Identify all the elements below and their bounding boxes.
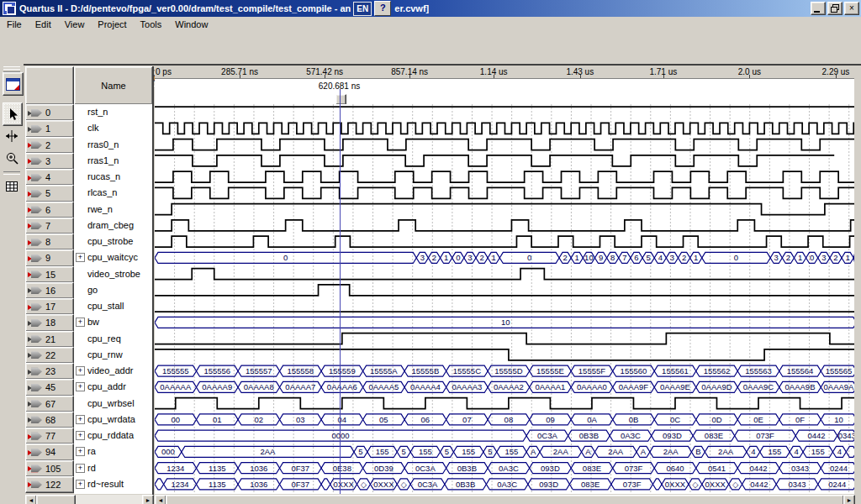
svg-text:0AAA9D: 0AAA9D: [701, 382, 732, 391]
plus-expander-icon[interactable]: +: [76, 464, 85, 473]
row-number-cell[interactable]: 4: [25, 169, 74, 186]
row-number: 122: [45, 480, 61, 490]
signal-name[interactable]: rras0_n: [87, 139, 119, 150]
row-number-cell[interactable]: 9: [25, 249, 74, 266]
row-number-cell[interactable]: 94: [25, 444, 74, 460]
plus-expander-icon[interactable]: +: [76, 318, 85, 327]
split-tool-button[interactable]: [3, 126, 21, 146]
names-scroll-left-button[interactable]: ◄: [25, 495, 37, 504]
row-number-cell[interactable]: 8: [25, 234, 74, 250]
output-pin-icon: [29, 173, 43, 182]
signal-name[interactable]: cpu_wrdata: [87, 414, 135, 424]
language-indicator[interactable]: EN: [353, 2, 372, 16]
row-number-cell[interactable]: 16: [25, 282, 74, 299]
signal-name[interactable]: video_strobe: [87, 269, 140, 279]
row-number-cell[interactable]: 45: [25, 379, 74, 396]
row-number-cell[interactable]: 1: [25, 120, 74, 137]
row-number-cell[interactable]: 21: [25, 331, 74, 348]
plus-expander-icon[interactable]: +: [76, 415, 85, 424]
names-scroll-thumb[interactable]: [36, 495, 76, 504]
signal-name[interactable]: cpu_addr: [87, 381, 126, 391]
signal-name[interactable]: rucas_n: [87, 171, 120, 181]
svg-text:◇: ◇: [692, 480, 699, 489]
signal-name[interactable]: cpu_wrbsel: [87, 398, 135, 408]
menu-window[interactable]: Window: [168, 18, 214, 31]
signal-name[interactable]: cpu_req: [87, 333, 121, 344]
row-number-cell[interactable]: 23: [25, 363, 74, 380]
svg-text:1036: 1036: [250, 480, 267, 489]
row-number-cell[interactable]: 22: [25, 347, 74, 364]
row-number-cell[interactable]: 122: [25, 476, 74, 493]
menu-view[interactable]: View: [58, 18, 92, 31]
wave-scroll-left-button[interactable]: ◄: [155, 495, 166, 504]
grid-view-button[interactable]: [3, 176, 21, 197]
svg-text:02: 02: [255, 415, 264, 424]
row-number-cell[interactable]: 17: [25, 298, 74, 315]
names-scrollbar[interactable]: ◄ ►: [25, 495, 152, 504]
selection-tool-button[interactable]: [3, 102, 23, 126]
wave-scrollbar[interactable]: ◄ ►: [155, 495, 854, 504]
plus-expander-icon[interactable]: +: [76, 382, 85, 391]
row-number-cell[interactable]: 67: [25, 396, 74, 412]
zoom-tool-button[interactable]: [3, 148, 21, 168]
row-number-cell[interactable]: 68: [25, 412, 74, 428]
plus-expander-icon[interactable]: +: [76, 431, 85, 440]
wave-scroll-thumb[interactable]: [166, 495, 844, 504]
minimize-button[interactable]: [811, 2, 826, 15]
signal-name[interactable]: go: [87, 285, 98, 295]
signal-name[interactable]: rd: [87, 463, 96, 473]
svg-text:3: 3: [420, 253, 425, 262]
row-number-cell[interactable]: 0: [25, 104, 74, 121]
svg-text:0AAA9E: 0AAA9E: [660, 382, 690, 391]
names-scroll-right-button[interactable]: ►: [142, 495, 154, 504]
svg-text:1234: 1234: [171, 480, 188, 489]
svg-text:2: 2: [479, 253, 483, 262]
waveform-area[interactable]: 0321032102110987654321032103211015555515…: [155, 104, 854, 494]
restore-button[interactable]: [827, 2, 843, 15]
row-number-cell[interactable]: 77: [25, 428, 74, 444]
signal-name[interactable]: cpu_stall: [87, 301, 124, 311]
signal-name[interactable]: rd~result: [87, 479, 124, 489]
svg-text:0A3C: 0A3C: [497, 480, 517, 489]
row-number-cell[interactable]: 105: [25, 460, 74, 477]
plus-expander-icon[interactable]: +: [76, 480, 85, 489]
menu-project[interactable]: Project: [91, 18, 133, 31]
menu-file[interactable]: File: [0, 18, 29, 31]
signal-name[interactable]: rras1_n: [87, 155, 119, 165]
row-number-cell[interactable]: 5: [25, 185, 74, 202]
signal-name[interactable]: rwe_n: [87, 204, 113, 214]
svg-text:2: 2: [833, 253, 837, 262]
input-pin-icon: [29, 383, 43, 392]
signal-name[interactable]: cpu_waitcyc: [87, 252, 138, 262]
menu-edit[interactable]: Edit: [29, 18, 58, 31]
svg-text:09: 09: [546, 415, 555, 424]
panel-splitter[interactable]: [152, 66, 154, 503]
signal-name[interactable]: clk: [87, 123, 98, 133]
signal-name[interactable]: rlcas_n: [87, 187, 117, 197]
row-number-cell[interactable]: 15: [25, 266, 74, 283]
svg-text:093D: 093D: [541, 464, 560, 473]
signal-name[interactable]: ra: [87, 446, 96, 456]
row-number-cell[interactable]: 6: [25, 202, 74, 218]
row-number-cell[interactable]: 2: [25, 137, 74, 154]
row-number-cell[interactable]: 18: [25, 314, 74, 331]
plus-expander-icon[interactable]: +: [76, 253, 85, 262]
svg-text:155560: 155560: [621, 366, 647, 375]
waveform-editor-button[interactable]: [3, 72, 24, 96]
signal-name[interactable]: dram_cbeg: [87, 220, 134, 230]
signal-name[interactable]: video_addr: [87, 365, 133, 375]
signal-name[interactable]: bw: [87, 317, 99, 327]
plus-expander-icon[interactable]: +: [76, 366, 85, 375]
signal-name[interactable]: cpu_rnw: [87, 349, 123, 360]
plus-expander-icon[interactable]: +: [76, 447, 85, 456]
signal-name[interactable]: cpu_rddata: [87, 430, 134, 440]
signal-name[interactable]: cpu_strobe: [87, 236, 133, 246]
signal-name[interactable]: rst_n: [87, 107, 108, 117]
row-number-cell[interactable]: 7: [25, 218, 74, 234]
row-number-cell[interactable]: 3: [25, 153, 74, 170]
close-button[interactable]: ×: [844, 2, 859, 15]
menu-tools[interactable]: Tools: [134, 18, 169, 31]
output-pin-icon: [29, 448, 43, 457]
wave-scroll-right-button[interactable]: ►: [843, 495, 855, 504]
help-icon[interactable]: ?: [374, 1, 391, 16]
